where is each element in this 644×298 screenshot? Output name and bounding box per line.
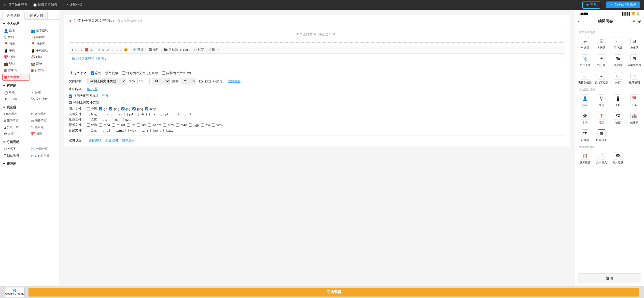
sidebar-item-travel-code[interactable]: ⊞行程码 [30,67,56,73]
sidebar-item-single[interactable]: ◯单选 [2,89,30,95]
mobile-tpl-area[interactable]: 📍 地区 [594,110,609,126]
tab-type-select[interactable]: 题型选择 [2,12,24,20]
sidebar-item-dropdown[interactable]: ▼下拉框 [2,96,30,102]
sidebar-item-province[interactable]: 📍省市 [2,41,30,47]
sidebar-item-age[interactable]: 📋年龄段 [30,34,56,40]
tool-html[interactable]: HTML [180,48,189,51]
mobile-item-paragraph[interactable]: ▭ 段落说明 [627,70,642,86]
tool-sub[interactable]: Aₛ [107,48,110,51]
formula-setting[interactable]: Σ Σ 计算公式 [63,3,82,7]
file-size-input[interactable] [137,78,150,84]
file-size-unit-select[interactable]: M KB [152,78,170,84]
mobile-item-fill[interactable]: ▭ 填空题 [610,35,625,51]
sidebar-item-dual-code[interactable]: ⊞双码拼接 [2,74,30,80]
mobile-back-icon[interactable]: ‹ [578,19,580,24]
sidebar-item-basic-info[interactable]: 👥基本信息 [30,27,56,34]
tool-expand[interactable]: ⤢ [217,48,220,51]
mobile-tpl-gender[interactable]: ⚧ 性别 [594,93,609,108]
fill-hint-label[interactable]: 填写提示 [105,71,118,75]
tool-color[interactable]: 🔴 [84,48,88,51]
preview-button[interactable]: 👁 预览 [582,1,600,8]
sidebar-item-phone[interactable]: 📱手机 [2,47,30,53]
mobile-tpl-date[interactable]: 📅 日期 [627,93,642,108]
large-preview-checkbox[interactable] [69,94,72,98]
taskbar-chrome[interactable]: 🌐 Google Chrome [5,287,24,297]
watermark-link[interactable]: 第1,2题 [87,87,98,91]
sidebar-item-university[interactable]: 🏫高校 [30,61,56,67]
image-all-checkbox[interactable] [87,107,90,110]
tool-link[interactable]: 🔗 链接 [133,47,144,52]
logic-link-jump[interactable]: 跳题逻辑 [105,138,118,143]
taskbar-finish-button[interactable]: 完成编辑 [28,288,639,297]
sidebar-item-multi-fill[interactable]: ⟳多项填空 [30,111,56,117]
tool-emoji[interactable]: 😊 [124,48,128,51]
mobile-tpl-map[interactable]: 🗺 地图 [610,110,625,126]
sidebar-item-page-timer[interactable]: ⊙分页计时器 [30,152,56,159]
required-label[interactable]: 必答 [91,71,102,75]
hide-system-num[interactable]: 隐藏系统题号 [34,3,57,7]
tool-super[interactable]: Aˢ [102,48,105,51]
file-count-select[interactable]: 2 1 3 [181,78,196,84]
mobile-target-icon[interactable]: ⊙ [638,19,641,23]
mobile-item-page[interactable]: ⊟ 分页 [610,70,625,86]
sidebar-item-gender[interactable]: ⚧性别 [2,34,30,40]
tab-outline[interactable]: 问卷大纲 [26,12,48,19]
sidebar-item-matrix-fill[interactable]: II矩阵填空 [2,118,30,124]
limit-type-checkbox[interactable] [69,101,72,104]
mobile-more-icon[interactable]: ••• [631,19,636,23]
sidebar-item-page-bar[interactable]: ⊟分页栏 [2,146,30,152]
random-setting[interactable]: ⚙ 题目随机设置 [4,3,28,7]
sidebar-item-one-per-page[interactable]: 📄一题一页 [30,146,56,152]
tool-video[interactable]: 🎬 音视频 [164,47,178,52]
mobile-tpl-student-id[interactable]: 🎓 学号 [578,110,592,126]
tool-align-center[interactable]: ≡ [116,48,118,51]
sidebar-item-time[interactable]: ⏰时间 [30,54,56,60]
mobile-back-button[interactable]: 返回 [578,274,641,283]
sidebar-item-multi[interactable]: ✓多选 [30,89,56,95]
mobile-tpl-phone[interactable]: 📱 手机 [610,93,625,108]
limit-size-label[interactable]: 限制图片尺寸(px) [162,71,191,75]
mobile-tpl-dual-code[interactable]: ⊞ 双码拼接 [594,128,609,143]
tool-italic[interactable]: I [94,48,96,51]
tool-A-style[interactable]: A. [80,48,82,51]
sidebar-item-table-fill[interactable]: ⊞表格填空 [30,118,56,124]
sidebar-item-cascade[interactable]: ≥多级下拉 [2,124,30,130]
tool-A-big[interactable]: A [76,48,78,51]
sidebar-item-phone-verify[interactable]: 📱手机验证 [30,47,56,53]
limit-size-checkbox[interactable] [162,71,165,75]
sidebar-item-job[interactable]: 💼职业 [2,61,30,67]
tool-align-left[interactable]: ≡ [112,48,114,51]
compress-label[interactable]: 针对图片文件进行压缩 [122,71,158,75]
storage-link[interactable]: 需要更多 [228,79,240,83]
compress-checkbox[interactable] [122,71,125,75]
image-all-label[interactable]: 全选 [87,106,97,111]
tool-tag[interactable]: 🏷 标签 [194,47,204,52]
mobile-item-table-num[interactable]: ⊞ 表格数值题 [578,70,592,86]
file-type-select[interactable]: 限制上传文件类型 [87,78,126,84]
tool-bold[interactable]: B [90,48,92,51]
example-link[interactable]: 示例 [102,94,108,98]
hide-system-checkbox[interactable] [34,3,36,7]
sidebar-item-signature[interactable]: ✎签名题 [30,124,56,130]
mobile-tpl-health[interactable]: 🏥 健康码 [627,110,642,126]
mobile-item-img-upload[interactable]: 📎 图片上传 [578,53,592,68]
tool-T[interactable]: T [72,48,74,51]
mobile-item-single[interactable]: ◎ 单选题 [578,35,592,51]
sidebar-item-date2[interactable]: 📅日期 [30,131,56,137]
mobile-item-table-dropdown[interactable]: ≡ 表格下拉题 [594,70,609,86]
logic-link-relate[interactable]: 题目关联 [89,138,102,143]
tool-quote[interactable]: 引用 [209,47,215,52]
mobile-batch-image[interactable]: 🖼 图片添题 [610,150,625,166]
mobile-batch-text[interactable]: 📄 文本导入 [594,150,609,166]
mobile-item-goods[interactable]: 🛍 商品题 [610,53,625,68]
sidebar-item-health-code[interactable]: ⊞健康码 [2,67,30,73]
mobile-item-score[interactable]: ★ 打分题 [594,53,609,68]
tool-align-right[interactable]: ≡ [120,48,122,51]
sidebar-item-name[interactable]: 👤姓名 [2,27,30,34]
sidebar-item-file-upload[interactable]: 📎文件上传 [30,96,56,102]
mobile-batch-library[interactable]: 📋 题库选题 [578,150,592,166]
upload-type-select[interactable]: 上传文件 [69,71,87,75]
sidebar-item-map[interactable]: 🗺地图 [2,131,30,137]
finish-run-button[interactable]: ✓ 完成编辑并运行 [606,1,640,8]
mobile-item-sort[interactable]: ⊟ 排序题 [627,35,642,51]
